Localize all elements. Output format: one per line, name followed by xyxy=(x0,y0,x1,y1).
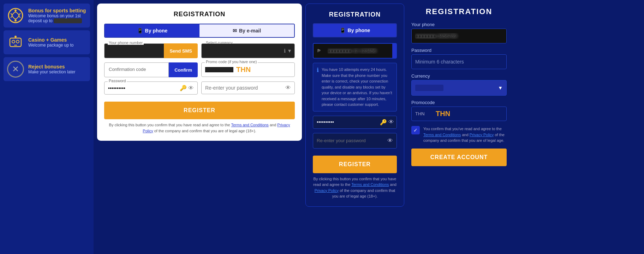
rp-tos-text: You confirm that you've read and agree t… xyxy=(423,126,507,144)
tos-text-1: By clicking this button you confirm that… xyxy=(104,122,295,134)
tab-phone-1[interactable]: 📱 By phone xyxy=(105,24,199,37)
password-inner-1: 🔑 👁 xyxy=(104,81,198,95)
currency-chevron-icon: ▼ xyxy=(287,48,292,54)
tos-link1-2[interactable]: Terms and Conditions xyxy=(351,182,389,187)
tab-email-1[interactable]: ✉ By e-mail xyxy=(199,24,294,37)
email-icon-1: ✉ xyxy=(233,28,237,34)
modal1-tabs: 📱 By phone ✉ By e-mail xyxy=(104,24,295,38)
phone-input-row-2: 🏳 ✉ xyxy=(313,43,397,59)
register-button-2[interactable]: REGISTER xyxy=(313,156,397,173)
password-group-1: Password 🔑 👁 xyxy=(104,81,198,95)
sidebar-reject-sub: Make your selection later xyxy=(28,69,75,74)
sports-icon xyxy=(6,6,25,25)
password-eye-icon-1[interactable]: 👁 xyxy=(188,85,194,91)
rp-promo-input[interactable] xyxy=(415,111,433,116)
svg-point-4 xyxy=(12,40,15,43)
rp-phone-input[interactable] xyxy=(411,29,507,43)
confirmation-input-1[interactable] xyxy=(104,62,169,77)
phone-icon-2: 📱 xyxy=(340,28,346,33)
svg-point-6 xyxy=(14,36,17,38)
register-button-1[interactable]: REGISTER xyxy=(104,102,295,119)
currency-input-1[interactable] xyxy=(201,43,295,58)
sidebar: Bonus for sports betting Welcome bonus o… xyxy=(0,0,94,254)
svg-point-5 xyxy=(16,40,19,43)
password-row-1: Password 🔑 👁 👁 xyxy=(104,81,295,95)
sidebar-bonus-title: Bonus for sports betting xyxy=(28,8,86,13)
password-eye-icon-2[interactable]: 👁 xyxy=(388,119,394,125)
tab-phone-2[interactable]: 📱 By phone xyxy=(314,24,396,37)
reenter-eye-icon-1[interactable]: 👁 xyxy=(285,85,291,91)
promo-label-1: Promo code (if you have one) xyxy=(205,60,258,64)
confirmation-input-wrapper-1: Confirmation code Confirm xyxy=(104,62,198,77)
sidebar-item-casino[interactable]: Casino + Games Welcome package up to xyxy=(4,30,90,54)
svg-point-1 xyxy=(14,10,17,12)
right-registration-panel: REGISTRATION Your phone Password Currenc… xyxy=(408,4,510,170)
rp-currency-value xyxy=(415,85,443,91)
sidebar-bonus-sub: Welcome bonus on your 1st deposit up to xyxy=(28,13,86,24)
reenter-group-1: 👁 xyxy=(201,81,295,95)
rp-tos-checkbox[interactable]: ✓ xyxy=(411,126,420,134)
phone-label-1: Your phone number xyxy=(108,41,144,45)
promo-inner-1: THN xyxy=(201,62,295,77)
rp-promo-highlight: THN xyxy=(436,110,450,118)
registration-modal-1: REGISTRATION 📱 By phone ✉ By e-mail Your… xyxy=(97,4,302,141)
modal2-tabs: 📱 By phone xyxy=(313,23,397,37)
reenter-group-2: 👁 xyxy=(313,133,397,149)
password-lock-icon-1: 🔑 xyxy=(180,85,187,91)
reenter-input-1[interactable] xyxy=(205,85,284,91)
sidebar-reject-title: Reject bonuses xyxy=(28,64,75,69)
casino-icon xyxy=(6,33,25,52)
rp-tos-link2[interactable]: Privacy Policy xyxy=(470,133,494,137)
tos-link2-2[interactable]: Privacy Policy xyxy=(315,188,339,193)
currency-group-1: Select currency ℹ ▼ xyxy=(201,43,295,58)
rp-tos-row: ✓ You confirm that you've read and agree… xyxy=(411,126,507,144)
right-panel-title: REGISTRATION xyxy=(411,7,507,16)
modal2-title: REGISTRATION xyxy=(313,11,397,18)
phone-group-1: Your phone number Send SMS xyxy=(104,43,198,58)
rp-currency-select[interactable]: ▼ xyxy=(411,80,507,96)
phone-number-input-2[interactable] xyxy=(325,44,392,58)
reenter-inner-2: 👁 xyxy=(313,133,397,149)
password-label-1: Password xyxy=(108,79,127,83)
promo-group-1: Promo code (if you have one) THN xyxy=(201,62,295,77)
flag-icon-2: 🏳 xyxy=(317,48,321,53)
tos-link1-1[interactable]: Terms and Conditions xyxy=(231,123,268,127)
promo-input-1[interactable] xyxy=(205,67,233,72)
rp-password-label: Password xyxy=(411,48,507,53)
phone-input-1[interactable] xyxy=(104,43,164,58)
phone-input-wrapper-1: Send SMS xyxy=(104,43,198,58)
confirmation-row-1: Confirmation code Confirm Promo code (if… xyxy=(104,62,295,77)
sidebar-bonus-text: Bonus for sports betting Welcome bonus o… xyxy=(28,8,86,24)
sidebar-casino-title: Casino + Games xyxy=(28,37,74,43)
phone-row-1: Your phone number Send SMS Select curren… xyxy=(104,43,295,58)
send-sms-button-1[interactable]: Send SMS xyxy=(164,43,198,58)
info-text-2: You have 10 attempts every 24 hours. Mak… xyxy=(322,67,393,108)
currency-wrapper-1: ℹ ▼ xyxy=(201,43,295,58)
password-lock-icon-2: 🔑 xyxy=(380,119,387,126)
rp-promo-label: Promocode xyxy=(411,100,507,105)
password-input-1[interactable] xyxy=(108,85,178,91)
info-icon-2: ℹ xyxy=(317,67,319,108)
password-input-2[interactable] xyxy=(317,119,378,125)
sidebar-casino-text: Casino + Games Welcome package up to xyxy=(28,37,74,48)
password-inner-2: 🔑 👁 xyxy=(313,116,397,129)
rp-password-input[interactable] xyxy=(411,54,507,69)
reenter-input-2[interactable] xyxy=(317,138,386,143)
mail-icon-button-2[interactable]: ✉ xyxy=(392,44,397,58)
sidebar-item-reject[interactable]: ✕ Reject bonuses Make your selection lat… xyxy=(4,57,90,81)
create-account-button[interactable]: CREATE ACCOUNT xyxy=(411,149,507,166)
reject-icon: ✕ xyxy=(6,60,25,78)
rp-tos-link1[interactable]: Terms and Conditions xyxy=(423,133,461,137)
phone-icon-1: 📱 xyxy=(137,28,143,34)
currency-info-icon: ℹ xyxy=(284,48,286,54)
confirm-button-1[interactable]: Confirm xyxy=(169,62,198,77)
promo-highlight-1: THN xyxy=(236,66,251,74)
confirmation-group-1: Confirmation code Confirm xyxy=(104,62,198,77)
reenter-inner-1: 👁 xyxy=(201,81,295,94)
sidebar-item-bonus[interactable]: Bonus for sports betting Welcome bonus o… xyxy=(4,4,90,28)
info-box-2: ℹ You have 10 attempts every 24 hours. M… xyxy=(313,63,397,111)
reenter-eye-icon-2[interactable]: 👁 xyxy=(387,138,393,144)
svg-point-2 xyxy=(14,19,17,22)
sidebar-casino-sub: Welcome package up to xyxy=(28,43,74,48)
rp-currency-label: Currency xyxy=(411,73,507,79)
